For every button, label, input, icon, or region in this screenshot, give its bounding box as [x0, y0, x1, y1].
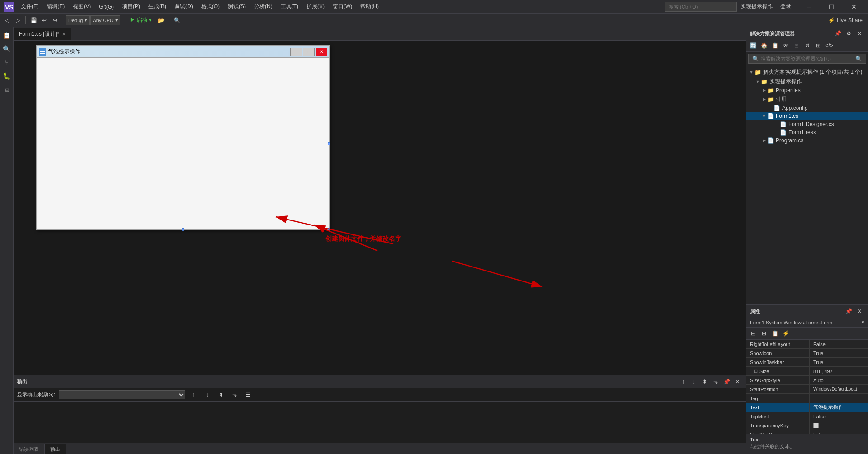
menu-git[interactable]: Git(G) — [95, 2, 118, 12]
output-src-btn4[interactable]: ⬎ — [230, 390, 240, 400]
menu-tools[interactable]: 工具(T) — [277, 1, 302, 12]
resize-right-middle[interactable] — [328, 142, 330, 145]
se-search-box[interactable]: 🔍 🔍 — [748, 54, 866, 64]
pp-row-transparencykey[interactable]: TransparencyKey — [746, 421, 868, 430]
pp-pin-btn[interactable]: 📌 — [844, 306, 854, 316]
pp-row-startposition[interactable]: StartPosition WindowsDefaultLocat — [746, 385, 868, 394]
form-close-btn[interactable]: ✕ — [316, 48, 327, 56]
se-home-btn[interactable]: 🏠 — [759, 41, 769, 51]
menu-format[interactable]: 格式(O) — [198, 1, 223, 12]
tab-form1-close-icon[interactable]: ✕ — [62, 32, 66, 37]
se-more-btn[interactable]: … — [835, 41, 845, 51]
pp-row-showtaskbar[interactable]: ShowInTaskbar True — [746, 358, 868, 367]
output-tab[interactable]: 输出 — [45, 444, 66, 454]
output-tb-btn1[interactable]: ↑ — [678, 377, 688, 387]
resize-bottom-center[interactable] — [182, 228, 184, 231]
minimize-button[interactable]: ─ — [798, 0, 819, 14]
se-props-btn[interactable]: 📋 — [770, 41, 780, 51]
tb-save-btn[interactable]: 💾 — [28, 15, 38, 25]
form-window[interactable]: 气泡提示操作 _ □ ✕ — [36, 45, 330, 230]
pp-close-btn[interactable]: ✕ — [854, 306, 864, 316]
output-src-btn2[interactable]: ↓ — [203, 390, 212, 400]
tb-redo-btn[interactable]: ↪ — [50, 15, 60, 25]
menu-debug[interactable]: 调试(D) — [171, 1, 197, 12]
error-list-tab[interactable]: 错误列表 — [14, 444, 45, 454]
live-share-button[interactable]: ⚡ Live Share — [825, 16, 866, 24]
menu-project[interactable]: 项目(P) — [118, 1, 144, 12]
menu-file[interactable]: 文件(F) — [17, 1, 42, 12]
tree-solution[interactable]: ▼ 📁 解决方案'实现提示操作'(1 个项目/共 1 个) — [746, 67, 868, 77]
tree-programcs[interactable]: ▶ 📄 Program.cs — [746, 136, 868, 145]
tree-form1resx[interactable]: 📄 Form1.resx — [746, 128, 868, 136]
output-pin-btn[interactable]: 📌 — [722, 377, 731, 387]
pp-alpha-btn[interactable]: ⊞ — [759, 328, 769, 338]
pp-row-text[interactable]: Text 气泡提示操作 — [746, 403, 868, 412]
menu-test[interactable]: 测试(S) — [224, 1, 250, 12]
tree-properties[interactable]: ▶ 📁 Properties — [746, 86, 868, 94]
output-source-select[interactable] — [59, 390, 185, 399]
tb-undo-btn[interactable]: ↩ — [39, 15, 49, 25]
ab-git-icon[interactable]: ⑂ — [0, 56, 13, 69]
form-body[interactable] — [37, 58, 329, 229]
pp-object-arrow[interactable]: ▾ — [862, 319, 864, 325]
form-maximize-btn[interactable]: □ — [303, 48, 315, 56]
menu-view[interactable]: 视图(V) — [69, 1, 94, 12]
tree-references[interactable]: ▶ 📁 引用 — [746, 94, 868, 104]
se-refresh-btn[interactable]: ↺ — [802, 41, 812, 51]
pp-row-topmost[interactable]: TopMost False — [746, 412, 868, 421]
pp-row-rtl[interactable]: RightToLeftLayout False — [746, 340, 868, 349]
resize-bottom-right[interactable] — [328, 228, 330, 231]
se-view-btn[interactable]: 👁 — [781, 41, 791, 51]
start-button[interactable]: ▶ 启动 ▾ — [126, 15, 156, 25]
menu-extensions[interactable]: 扩展(X) — [303, 1, 328, 12]
tree-form1cs[interactable]: ▼ 📄 Form1.cs — [746, 112, 868, 120]
output-src-btn5[interactable]: ☰ — [243, 390, 253, 400]
output-tb-btn4[interactable]: ⬎ — [711, 377, 721, 387]
designer-canvas[interactable]: 气泡提示操作 _ □ ✕ — [36, 45, 330, 230]
output-src-btn1[interactable]: ↑ — [189, 390, 199, 400]
pp-row-size[interactable]: ⊟ Size 818, 497 — [746, 367, 868, 376]
pp-row-showicon[interactable]: ShowIcon True — [746, 349, 868, 358]
se-search-input[interactable] — [761, 56, 854, 61]
menu-help[interactable]: 帮助(H) — [357, 1, 382, 12]
se-close-btn[interactable]: ✕ — [854, 28, 864, 38]
se-sync-btn[interactable]: 🔄 — [748, 41, 758, 51]
ab-explorer-icon[interactable]: 📋 — [0, 29, 13, 42]
se-filter-btn[interactable]: ⊟ — [792, 41, 802, 51]
ab-debug-icon[interactable]: 🐛 — [0, 70, 13, 82]
output-src-btn3[interactable]: ⬍ — [216, 390, 226, 400]
pp-row-usewaitcursor[interactable]: UseWaitCursor False — [746, 430, 868, 434]
pp-props-btn[interactable]: 📋 — [770, 328, 780, 338]
close-button[interactable]: ✕ — [844, 0, 864, 14]
signin-button[interactable]: 登录 — [777, 2, 795, 11]
se-expand-btn[interactable]: ⊞ — [813, 41, 823, 51]
platform-dropdown[interactable]: Any CPU ▾ — [90, 15, 120, 25]
tb-back-btn[interactable]: ◁ — [2, 15, 12, 25]
form-minimize-btn[interactable]: _ — [290, 48, 302, 56]
ab-search-icon[interactable]: 🔍 — [0, 42, 13, 55]
pp-row-tag[interactable]: Tag — [746, 394, 868, 403]
output-close-btn[interactable]: ✕ — [732, 377, 742, 387]
tree-form1designer[interactable]: 📄 Form1.Designer.cs — [746, 120, 868, 128]
search-input[interactable] — [665, 2, 737, 12]
tree-appconfig[interactable]: 📄 App.config — [746, 104, 868, 112]
output-tb-btn2[interactable]: ↓ — [689, 377, 699, 387]
menu-build[interactable]: 生成(B) — [145, 1, 170, 12]
menu-edit[interactable]: 编辑(E) — [43, 1, 68, 12]
se-settings-btn[interactable]: ⚙ — [844, 28, 854, 38]
output-tb-btn3[interactable]: ⬍ — [700, 377, 710, 387]
tab-form1-design[interactable]: Form1.cs [设计]* ✕ — [14, 28, 71, 40]
tb-forward-btn[interactable]: ▷ — [13, 15, 23, 25]
pp-cat-btn[interactable]: ⊟ — [748, 328, 758, 338]
menu-window[interactable]: 窗口(W) — [329, 1, 356, 12]
pp-events-btn[interactable]: ⚡ — [781, 328, 791, 338]
debug-config-dropdown[interactable]: Debug ▾ — [66, 15, 90, 25]
menu-analyze[interactable]: 分析(N) — [250, 1, 276, 12]
maximize-button[interactable]: ☐ — [821, 0, 842, 14]
tb-search-btn[interactable]: 🔍 — [172, 15, 182, 25]
tree-project[interactable]: ▼ 📁 实现提示操作 — [746, 77, 868, 86]
pp-row-sizegripstyle[interactable]: SizeGripStyle Auto — [746, 376, 868, 385]
ab-extensions-icon[interactable]: ⧉ — [0, 83, 13, 96]
se-code-btn[interactable]: </> — [824, 41, 834, 51]
tb-open-btn[interactable]: 📂 — [156, 15, 166, 25]
